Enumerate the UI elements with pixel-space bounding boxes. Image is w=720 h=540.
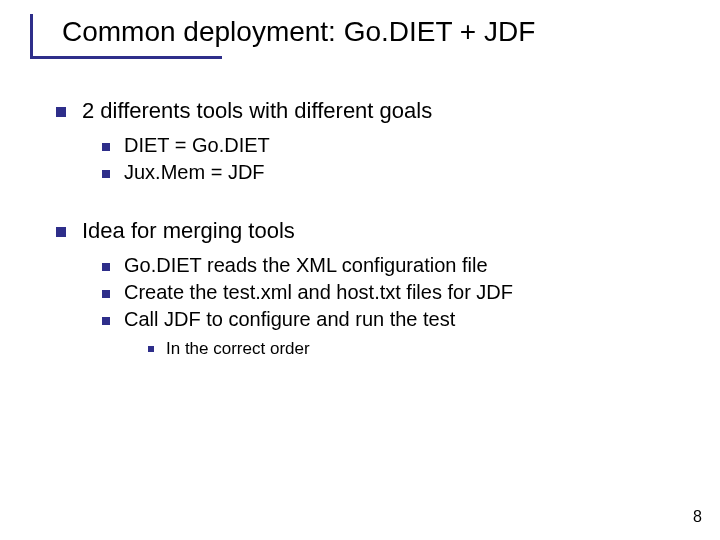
bullet-level1: 2 differents tools with different goals xyxy=(56,98,684,124)
bullet-text: Jux.Mem = JDF xyxy=(124,161,265,184)
square-bullet-icon xyxy=(102,263,110,271)
bullet-text: Go.DIET reads the XML configuration file xyxy=(124,254,488,277)
bullet-text: Create the test.xml and host.txt files f… xyxy=(124,281,513,304)
bullet-level1: Idea for merging tools xyxy=(56,218,684,244)
square-bullet-icon xyxy=(102,143,110,151)
bullet-level2: Jux.Mem = JDF xyxy=(102,161,684,184)
square-bullet-icon xyxy=(102,170,110,178)
square-bullet-icon xyxy=(102,290,110,298)
title-accent-vertical xyxy=(30,14,33,59)
bullet-text: Call JDF to configure and run the test xyxy=(124,308,455,331)
bullet-level2: Call JDF to configure and run the test xyxy=(102,308,684,331)
bullet-text: Idea for merging tools xyxy=(82,218,295,244)
square-bullet-icon xyxy=(148,346,154,352)
slide-title: Common deployment: Go.DIET + JDF xyxy=(62,16,720,48)
bullet-level2: Create the test.xml and host.txt files f… xyxy=(102,281,684,304)
bullet-level3: In the correct order xyxy=(148,339,684,359)
bullet-text: In the correct order xyxy=(166,339,310,359)
title-accent-horizontal xyxy=(30,56,222,59)
bullet-text: 2 differents tools with different goals xyxy=(82,98,432,124)
square-bullet-icon xyxy=(56,227,66,237)
slide-body: 2 differents tools with different goals … xyxy=(0,48,720,359)
bullet-text: DIET = Go.DIET xyxy=(124,134,270,157)
bullet-level2: Go.DIET reads the XML configuration file xyxy=(102,254,684,277)
square-bullet-icon xyxy=(102,317,110,325)
page-number: 8 xyxy=(693,508,702,526)
square-bullet-icon xyxy=(56,107,66,117)
bullet-level2: DIET = Go.DIET xyxy=(102,134,684,157)
